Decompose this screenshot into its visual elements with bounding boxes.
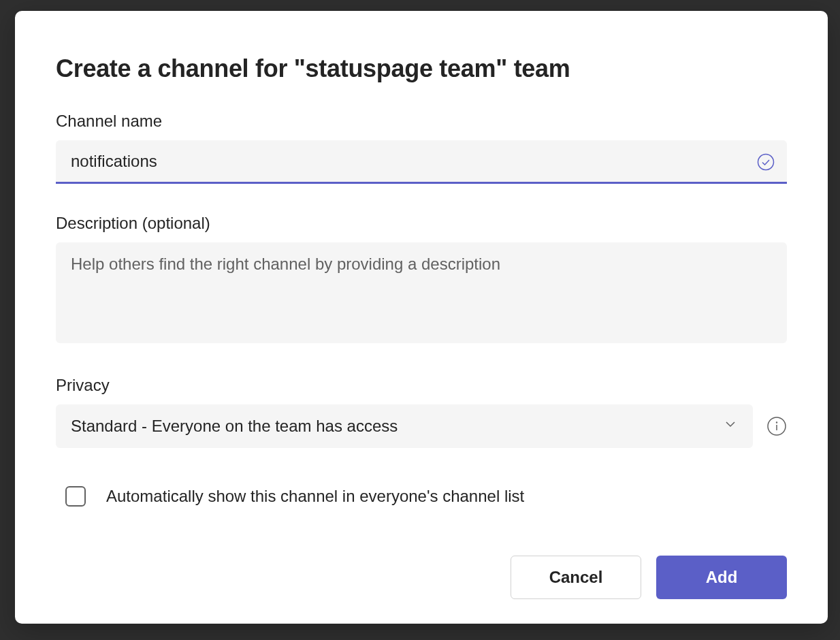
privacy-row: Standard - Everyone on the team has acce…: [56, 404, 787, 448]
svg-point-2: [777, 422, 777, 423]
modal-title: Create a channel for "statuspage team" t…: [56, 54, 787, 83]
description-label: Description (optional): [56, 214, 787, 233]
chevron-down-icon: [723, 417, 738, 436]
channel-name-input[interactable]: [56, 140, 787, 184]
privacy-label: Privacy: [56, 376, 787, 395]
create-channel-modal: Create a channel for "statuspage team" t…: [15, 11, 828, 624]
channel-name-input-wrap: [56, 140, 787, 184]
description-wrap: [56, 242, 787, 346]
auto-show-checkbox[interactable]: [65, 486, 86, 507]
auto-show-row: Automatically show this channel in every…: [65, 486, 787, 507]
info-icon[interactable]: [766, 416, 787, 436]
channel-name-label: Channel name: [56, 112, 787, 131]
checkmark-circle-icon: [757, 153, 775, 171]
privacy-select[interactable]: Standard - Everyone on the team has acce…: [56, 404, 753, 448]
privacy-selected-value: Standard - Everyone on the team has acce…: [71, 417, 398, 436]
modal-footer: Cancel Add: [56, 556, 787, 599]
svg-point-0: [758, 155, 774, 170]
description-textarea[interactable]: [56, 242, 787, 343]
add-button[interactable]: Add: [656, 556, 787, 599]
auto-show-label[interactable]: Automatically show this channel in every…: [106, 487, 524, 506]
cancel-button[interactable]: Cancel: [511, 556, 641, 599]
